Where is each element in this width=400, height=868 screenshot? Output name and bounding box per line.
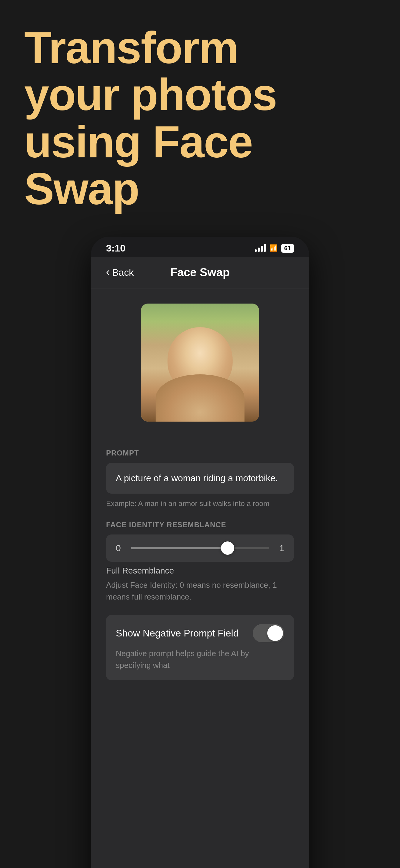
slider-track[interactable] — [131, 547, 269, 549]
nav-bar: ‹ Back Face Swap — [91, 257, 309, 288]
battery-indicator: 61 — [281, 244, 294, 253]
app-screen: ‹ Back Face Swap PROMPT A picture of a w… — [91, 257, 309, 868]
slider-max-label: 1 — [275, 543, 284, 553]
slider-current-value: Full Resemblance — [106, 566, 294, 576]
status-time: 3:10 — [106, 243, 125, 254]
slider-fill — [131, 547, 228, 549]
status-icons: 📶 61 — [255, 244, 294, 253]
face-identity-label: FACE IDENTITY RESEMBLANCE — [106, 521, 294, 529]
phone-outer: 3:10 📶 61 ‹ Back Face Swap — [91, 237, 309, 868]
toggle-knob — [267, 625, 283, 641]
slider-thumb[interactable] — [221, 541, 234, 555]
toggle-label: Show Negative Prompt Field — [116, 628, 239, 639]
phone-mockup: 3:10 📶 61 ‹ Back Face Swap — [91, 237, 309, 868]
content-area: PROMPT A picture of a woman riding a mot… — [91, 431, 309, 687]
chevron-left-icon: ‹ — [106, 266, 110, 278]
slider-container[interactable]: 0 1 — [106, 534, 294, 562]
face-photo[interactable] — [141, 304, 259, 422]
hero-section: Transform your photos using Face Swap — [0, 0, 400, 230]
face-identity-section: FACE IDENTITY RESEMBLANCE 0 1 Full Resem… — [106, 521, 294, 603]
negative-prompt-description: Negative prompt helps guide the AI by sp… — [116, 648, 284, 671]
signal-bars-icon — [255, 245, 266, 252]
hero-title: Transform your photos using Face Swap — [24, 24, 376, 213]
slider-description: Adjust Face Identity: 0 means no resembl… — [106, 579, 294, 603]
prompt-example: Example: A man in an armor suit walks in… — [106, 498, 294, 509]
negative-prompt-toggle[interactable] — [253, 624, 284, 642]
toggle-row: Show Negative Prompt Field — [116, 624, 284, 642]
status-bar: 3:10 📶 61 — [91, 237, 309, 257]
prompt-input-container[interactable]: A picture of a woman riding a motorbike. — [106, 463, 294, 494]
back-label: Back — [112, 267, 134, 278]
prompt-value: A picture of a woman riding a motorbike. — [116, 472, 284, 485]
negative-prompt-section: Show Negative Prompt Field Negative prom… — [106, 615, 294, 680]
screen-title: Face Swap — [170, 266, 230, 279]
photo-area — [91, 288, 309, 431]
slider-track-area: 0 1 — [116, 543, 284, 553]
prompt-section-label: PROMPT — [106, 449, 294, 457]
face-portrait-image — [141, 304, 259, 422]
wifi-icon: 📶 — [269, 244, 278, 252]
back-button[interactable]: ‹ Back — [106, 267, 134, 278]
slider-min-label: 0 — [116, 543, 125, 553]
